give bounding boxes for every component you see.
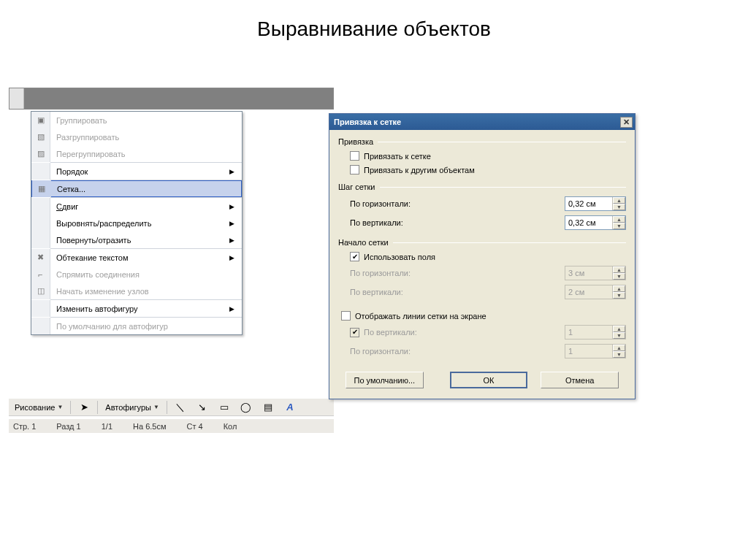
origin-vert-field xyxy=(565,285,612,299)
step-horiz-label: По горизонтали: xyxy=(350,199,474,208)
chevron-right-icon: ▶ xyxy=(229,220,234,227)
ok-button[interactable]: ОК xyxy=(450,372,528,388)
line-tool[interactable]: ＼ xyxy=(170,400,191,415)
origin-horiz-input: ▲▼ xyxy=(565,266,626,280)
snap-to-objects-checkbox[interactable] xyxy=(350,165,359,174)
blank-icon xyxy=(31,318,50,334)
default-button[interactable]: По умолчанию... xyxy=(346,372,424,388)
regroup-icon: ▨ xyxy=(31,145,50,162)
select-tool[interactable]: ➤ xyxy=(74,400,94,415)
close-button[interactable]: ✕ xyxy=(620,117,633,128)
status-page: Стр. 1 xyxy=(13,422,36,431)
status-bar: Стр. 1 Разд 1 1/1 На 6.5см Ст 4 Кол xyxy=(9,418,334,433)
arrow-icon: ↘ xyxy=(196,402,208,413)
use-margins-label: Использовать поля xyxy=(364,253,435,261)
edit-nodes-icon: ◫ xyxy=(31,283,50,299)
chevron-down-icon: ▼ xyxy=(153,404,159,410)
step-vert-field[interactable] xyxy=(565,216,612,229)
draw-menu-button[interactable]: Рисование▼ xyxy=(10,400,67,415)
display-horiz-field xyxy=(565,345,612,358)
step-horiz-input[interactable]: ▲▼ xyxy=(565,196,626,211)
menu-item-rotate[interactable]: Повернуть/отразить ▶ xyxy=(31,231,242,248)
rectangle-icon: ▭ xyxy=(218,402,230,413)
wordart-tool[interactable]: A xyxy=(280,400,300,415)
spin-up-icon[interactable]: ▲ xyxy=(613,216,625,223)
spin-down-icon[interactable]: ▼ xyxy=(613,204,625,210)
spin-down-icon[interactable]: ▼ xyxy=(613,223,625,229)
textbox-icon: ▤ xyxy=(262,402,274,413)
chevron-right-icon: ▶ xyxy=(229,237,234,244)
menu-item-align[interactable]: Выровнять/распределить ▶ xyxy=(31,215,242,231)
oval-tool[interactable]: ◯ xyxy=(236,400,256,415)
status-pages: 1/1 xyxy=(102,422,112,431)
spin-up-icon: ▲ xyxy=(613,345,625,351)
status-at: На 6.5см xyxy=(133,422,166,431)
grid-icon: ▦ xyxy=(32,180,51,197)
origin-vert-label: По вертикали: xyxy=(350,288,474,296)
status-section: Разд 1 xyxy=(56,422,80,431)
step-vert-label: По вертикали: xyxy=(350,218,474,227)
ruler-strip xyxy=(9,88,334,110)
display-vert-checkbox: ✔ xyxy=(350,328,359,337)
wrap-icon: ✖ xyxy=(31,249,50,266)
dialog-titlebar: Привязка к сетке ✕ xyxy=(329,114,635,130)
status-col: Ст 4 xyxy=(187,422,203,431)
origin-vert-input: ▲▼ xyxy=(565,285,626,299)
use-margins-checkbox[interactable]: ✔ xyxy=(350,252,359,261)
display-vert-label: По вертикали: xyxy=(364,328,473,337)
group-step-label: Шаг сетки xyxy=(338,183,375,191)
display-horiz-label: По горизонтали: xyxy=(350,347,474,356)
menu-item-change-shape[interactable]: Изменить автофигуру ▶ xyxy=(31,300,242,317)
close-icon: ✕ xyxy=(623,118,630,127)
menu-item-wrap[interactable]: ✖ Обтекание текстом ▶ xyxy=(31,249,242,266)
menu-item-order[interactable]: Порядок ▶ xyxy=(31,163,242,180)
menu-item-straighten: ⌐ Спрямить соединения xyxy=(31,266,242,283)
menu-item-regroup: ▨ Перегруппировать xyxy=(31,145,242,162)
status-col2: Кол xyxy=(224,422,237,431)
textbox-tool[interactable]: ▤ xyxy=(258,400,278,415)
group-icon: ▣ xyxy=(31,112,50,129)
origin-horiz-field xyxy=(565,266,612,280)
show-gridlines-checkbox[interactable] xyxy=(341,311,351,321)
display-vert-input: ▲▼ xyxy=(565,325,626,340)
show-gridlines-label: Отображать линии сетки на экране xyxy=(355,312,486,321)
menu-item-nudge[interactable]: Сдвиг ▶ xyxy=(31,198,242,215)
blank-icon xyxy=(31,231,50,248)
menu-item-edit-nodes: ◫ Начать изменение узлов xyxy=(31,283,242,299)
group-snap-label: Привязка xyxy=(338,137,373,146)
chevron-right-icon: ▶ xyxy=(229,203,234,210)
spin-down-icon: ▼ xyxy=(613,273,625,280)
spin-up-icon: ▲ xyxy=(613,266,625,273)
display-vert-field xyxy=(565,326,612,339)
arrow-tool[interactable]: ↘ xyxy=(192,400,213,415)
chevron-right-icon: ▶ xyxy=(229,305,234,312)
oval-icon: ◯ xyxy=(240,402,252,413)
snap-to-grid-checkbox[interactable] xyxy=(350,151,359,161)
pointer-icon: ➤ xyxy=(78,402,90,413)
step-horiz-field[interactable] xyxy=(565,197,612,210)
snap-to-objects-label: Привязать к другим объектам xyxy=(364,166,475,174)
cancel-button[interactable]: Отмена xyxy=(541,372,619,388)
chevron-right-icon: ▶ xyxy=(229,168,234,175)
menu-item-grid[interactable]: ▦ Сетка... xyxy=(31,180,242,197)
rect-tool[interactable]: ▭ xyxy=(214,400,234,415)
grid-dialog: Привязка к сетке ✕ Привязка Привязать к … xyxy=(329,113,636,399)
spin-up-icon[interactable]: ▲ xyxy=(613,197,625,204)
menu-item-group: ▣ Группировать xyxy=(31,112,242,129)
menu-item-default-autoshapes: По умолчанию для автофигур xyxy=(31,318,242,334)
display-horiz-input: ▲▼ xyxy=(565,344,626,358)
context-menu: ▣ Группировать ▧ Разгруппировать ▨ Перег… xyxy=(31,111,243,335)
step-vert-input[interactable]: ▲▼ xyxy=(565,215,626,230)
page-title: Выравнивание объектов xyxy=(0,0,748,70)
wordart-icon: A xyxy=(284,402,296,413)
group-origin-label: Начало сетки xyxy=(338,238,389,247)
connector-icon: ⌐ xyxy=(31,266,50,283)
autoshapes-menu-button[interactable]: Автофигуры▼ xyxy=(101,400,164,415)
dialog-title: Привязка к сетке xyxy=(334,118,401,126)
chevron-right-icon: ▶ xyxy=(229,254,234,261)
blank-icon xyxy=(31,300,50,317)
app-frame: ▣ Группировать ▧ Разгруппировать ▨ Перег… xyxy=(9,88,334,110)
spin-down-icon: ▼ xyxy=(613,351,625,358)
spin-up-icon: ▲ xyxy=(613,326,625,332)
chevron-down-icon: ▼ xyxy=(57,404,63,410)
